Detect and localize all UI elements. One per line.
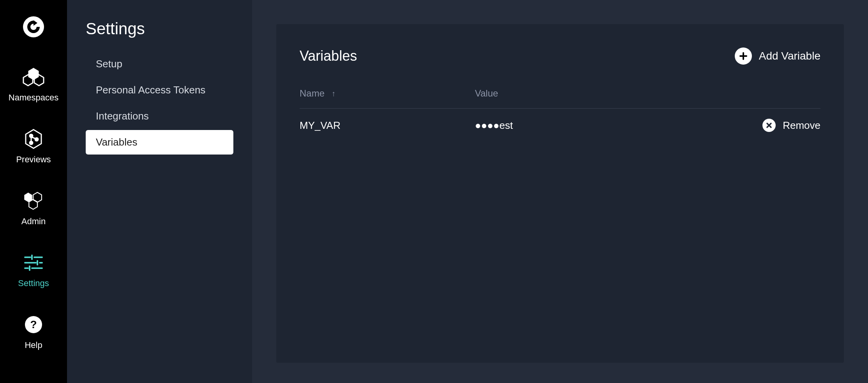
column-header-action — [743, 88, 820, 99]
variables-panel: Variables Add Variable Name ↑ Value — [276, 24, 844, 363]
panel-title: Variables — [300, 48, 357, 64]
close-icon — [762, 119, 776, 132]
svg-point-2 — [30, 141, 33, 144]
nav-item-settings[interactable]: Settings — [18, 252, 49, 288]
variables-table: Name ↑ Value MY_VAR ●●●●est — [300, 88, 820, 142]
remove-variable-button[interactable]: Remove — [743, 119, 820, 132]
page-title: Settings — [86, 19, 233, 38]
plus-icon — [735, 47, 752, 65]
add-variable-label: Add Variable — [759, 50, 820, 62]
settings-sidebar: Settings Setup Personal Access Tokens In… — [67, 0, 252, 383]
sliders-icon — [23, 252, 44, 274]
panel-header: Variables Add Variable — [300, 47, 820, 65]
svg-point-0 — [23, 16, 44, 37]
hexagons-icon — [23, 66, 44, 88]
svg-point-3 — [35, 138, 38, 141]
help-icon: ? — [23, 314, 44, 336]
git-hexagon-icon — [23, 128, 44, 150]
column-header-name[interactable]: Name ↑ — [300, 88, 475, 99]
sort-ascending-icon: ↑ — [332, 89, 335, 98]
admin-hexagons-icon — [23, 190, 44, 212]
table-header: Name ↑ Value — [300, 88, 820, 109]
settings-nav: Setup Personal Access Tokens Integration… — [86, 52, 233, 155]
variable-value-masked: ●●●●est — [475, 119, 513, 131]
app-logo[interactable] — [23, 16, 44, 39]
nav-item-namespaces[interactable]: Namespaces — [9, 66, 58, 103]
nav-label: Namespaces — [9, 93, 58, 103]
settings-nav-pat[interactable]: Personal Access Tokens — [86, 78, 233, 102]
table-row: MY_VAR ●●●●est Remove — [300, 109, 820, 142]
settings-nav-variables[interactable]: Variables — [86, 130, 233, 155]
settings-nav-integrations[interactable]: Integrations — [86, 104, 233, 128]
nav-label: Admin — [21, 216, 46, 227]
column-header-value[interactable]: Value — [475, 88, 743, 99]
main-content: Variables Add Variable Name ↑ Value — [252, 0, 868, 383]
nav-label: Settings — [18, 278, 49, 288]
add-variable-button[interactable]: Add Variable — [735, 47, 820, 65]
variable-name: MY_VAR — [300, 119, 340, 132]
settings-nav-setup[interactable]: Setup — [86, 52, 233, 76]
nav-item-previews[interactable]: Previews — [16, 128, 51, 165]
nav-label: Help — [25, 340, 42, 350]
svg-text:?: ? — [30, 318, 37, 330]
primary-nav-rail: Namespaces Previews Admin — [0, 0, 67, 383]
nav-label: Previews — [16, 155, 51, 165]
nav-item-help[interactable]: ? Help — [23, 314, 44, 350]
nav-item-admin[interactable]: Admin — [21, 190, 46, 227]
remove-label: Remove — [783, 119, 820, 132]
